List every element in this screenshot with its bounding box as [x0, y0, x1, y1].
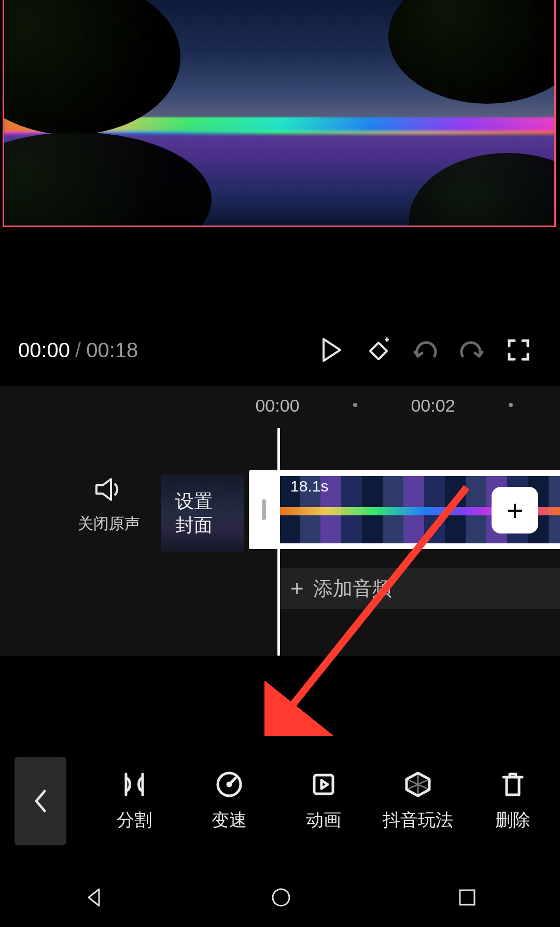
- back-button[interactable]: [15, 757, 66, 845]
- speaker-icon: [67, 477, 150, 504]
- mute-original-label: 关闭原声: [67, 513, 150, 535]
- add-audio-label: 添加音频: [313, 575, 392, 602]
- svg-point-2: [228, 783, 231, 786]
- playhead[interactable]: [277, 428, 280, 656]
- nav-back-icon[interactable]: [82, 886, 105, 911]
- tool-animation[interactable]: 动画: [276, 770, 371, 832]
- ruler-tick: 00:00: [255, 396, 299, 416]
- ruler-tick: 00:02: [411, 396, 455, 416]
- svg-rect-5: [460, 890, 474, 905]
- set-cover-label: 设置 封面: [175, 489, 213, 537]
- fullscreen-button[interactable]: [495, 332, 542, 368]
- clip-trim-handle-left[interactable]: [249, 470, 279, 549]
- ruler-dot: [509, 403, 513, 407]
- tool-label: 动画: [306, 808, 341, 832]
- tool-label: 分割: [117, 808, 152, 832]
- nav-recents-icon[interactable]: [457, 887, 478, 910]
- time-ruler[interactable]: 00:00 00:02: [0, 386, 560, 423]
- video-preview[interactable]: [3, 0, 556, 227]
- set-cover-button[interactable]: 设置 封面: [161, 474, 244, 552]
- edit-toolbar: 分割 变速 动画 抖音玩法 删除: [0, 752, 560, 850]
- redo-button[interactable]: [449, 332, 495, 368]
- time-current: 00:00: [18, 339, 70, 362]
- svg-point-4: [273, 889, 289, 906]
- undo-button[interactable]: [402, 332, 449, 368]
- time-total: 00:18: [86, 339, 138, 362]
- play-button[interactable]: [309, 332, 355, 368]
- tool-split[interactable]: 分割: [87, 770, 181, 832]
- mute-original-audio[interactable]: 关闭原声: [67, 477, 150, 535]
- time-separator: /: [75, 339, 81, 362]
- android-nav-bar: [0, 870, 560, 927]
- add-clip-button[interactable]: +: [492, 487, 538, 533]
- plus-icon: +: [507, 494, 524, 527]
- keyframe-button[interactable]: [355, 332, 402, 368]
- plus-icon: +: [290, 575, 304, 601]
- add-audio-button[interactable]: + 添加音频: [280, 568, 560, 609]
- tool-label: 变速: [212, 808, 247, 832]
- tool-speed[interactable]: 变速: [181, 770, 276, 832]
- tool-label: 抖音玩法: [383, 808, 453, 832]
- timeline[interactable]: 00:00 00:02 关闭原声 设置 封面 18.1s + + 添加音频: [0, 386, 560, 656]
- nav-home-icon[interactable]: [270, 886, 292, 911]
- ruler-dot: [353, 403, 357, 407]
- playback-controls: 00:00 / 00:18: [0, 329, 560, 371]
- clip-duration-label: 18.1s: [290, 477, 328, 495]
- tool-delete[interactable]: 删除: [466, 770, 560, 832]
- svg-rect-3: [314, 775, 333, 794]
- tool-douyin-effects[interactable]: 抖音玩法: [371, 770, 465, 832]
- tool-label: 删除: [495, 808, 530, 832]
